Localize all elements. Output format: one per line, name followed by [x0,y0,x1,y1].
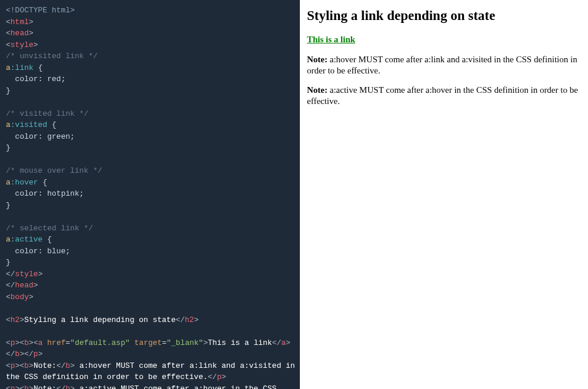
code-comment: /* visited link */ [6,109,88,118]
code-comment: /* mouse over link */ [6,166,102,175]
note-text: a:active MUST come after a:hover in the … [307,85,578,106]
note-text: a:hover MUST come after a:link and a:vis… [307,55,577,75]
code-editor-panel[interactable]: <!DOCTYPE html> <html> <head> <style> /*… [0,0,300,389]
preview-link-paragraph: This is a link [307,34,581,45]
preview-note-1: Note: a:hover MUST come after a:link and… [307,54,581,76]
code-line: < [6,18,11,26]
preview-panel: Styling a link depending on state This i… [300,0,588,389]
code-comment: /* selected link */ [6,224,93,233]
code-line: < [6,41,11,49]
code-comment: /* unvisited link */ [6,52,98,61]
code-selector: a [6,63,11,72]
note-label: Note: [307,85,328,95]
code-line: <!DOCTYPE html> [6,6,75,15]
note-label: Note: [307,55,328,64]
preview-link[interactable]: This is a link [307,35,355,44]
preview-note-2: Note: a:active MUST come after a:hover i… [307,85,581,107]
code-line: < [6,29,11,38]
preview-heading: Styling a link depending on state [307,8,581,24]
